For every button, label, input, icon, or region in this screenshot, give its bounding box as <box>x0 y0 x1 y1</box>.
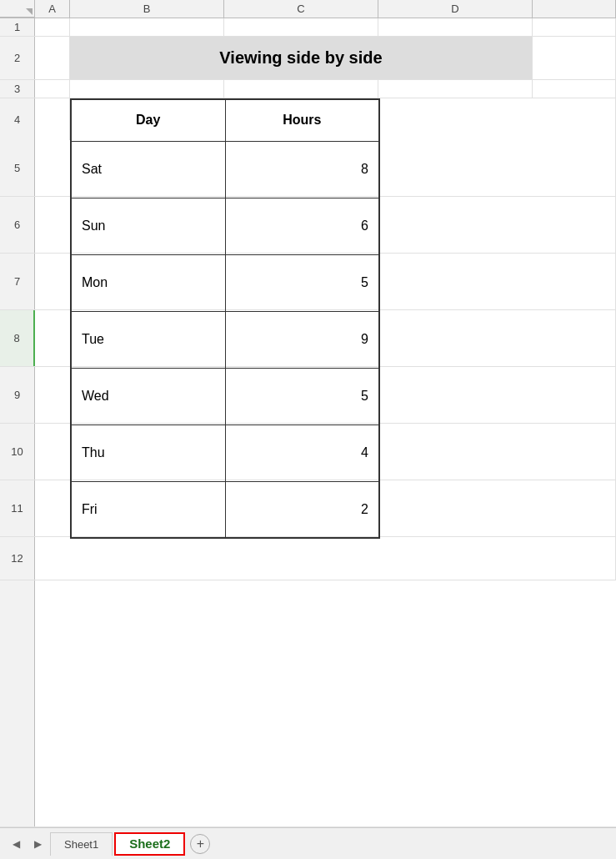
row-header-7[interactable]: 7 <box>0 254 35 309</box>
grid-row-2: 2 Viewing side by side <box>0 37 616 80</box>
col-header-b[interactable]: B <box>70 0 224 18</box>
cell-b3[interactable] <box>70 80 224 98</box>
cell-c3[interactable] <box>224 80 378 98</box>
grid-row-4: 4 Day Hours Sat8Sun6Mon5Tue9Wed5Thu4Fri2 <box>0 98 616 140</box>
cell-day-1[interactable]: Sat <box>71 141 225 198</box>
row-header-3[interactable]: 3 <box>0 80 35 98</box>
row-header-6[interactable]: 6 <box>0 197 35 253</box>
cell-rest-4 <box>378 98 616 140</box>
cell-b1[interactable] <box>70 18 224 37</box>
grid-row-1: 1 <box>0 18 616 37</box>
table-row-3[interactable]: Mon5 <box>71 254 379 311</box>
row-header-1[interactable]: 1 <box>0 18 35 36</box>
cell-a1[interactable] <box>35 18 70 37</box>
col-header-rest <box>533 0 616 18</box>
grid-row-3: 3 <box>0 80 616 98</box>
row-header-11[interactable]: 11 <box>0 480 35 536</box>
cell-rest-3 <box>533 80 616 98</box>
grid-row-extra <box>0 580 616 827</box>
row-header-2[interactable]: 2 <box>0 37 35 79</box>
row-header-extra <box>0 580 35 826</box>
cell-day-4[interactable]: Tue <box>71 311 225 368</box>
corner-cell[interactable] <box>0 0 35 18</box>
cell-a4[interactable] <box>35 98 70 140</box>
cell-rest-2 <box>533 37 616 79</box>
prev-sheet-arrow[interactable]: ◀ <box>7 835 25 853</box>
row-header-8[interactable]: 8 <box>0 310 35 366</box>
col-header-day: Day <box>71 99 225 141</box>
table-row-5[interactable]: Wed5 <box>71 368 379 424</box>
cell-hours-1[interactable]: 8 <box>225 141 379 198</box>
col-header-d[interactable]: D <box>378 0 533 18</box>
cell-hours-4[interactable]: 9 <box>225 311 379 368</box>
table-row-2[interactable]: Sun6 <box>71 198 379 254</box>
col-header-a[interactable]: A <box>35 0 70 18</box>
col-header-hours: Hours <box>225 99 379 141</box>
cell-rest-1 <box>533 18 616 37</box>
grid-row-12: 12 <box>0 537 616 580</box>
table-row-1[interactable]: Sat8 <box>71 141 379 198</box>
cell-day-5[interactable]: Wed <box>71 368 225 424</box>
column-headers: A B C D <box>0 0 616 18</box>
row-header-5[interactable]: 5 <box>0 140 35 196</box>
spreadsheet-area: A B C D 1 2 Viewing side by side 3 <box>0 0 616 827</box>
sheet-tab-1[interactable]: Sheet1 <box>50 832 113 856</box>
data-table-container: Day Hours Sat8Sun6Mon5Tue9Wed5Thu4Fri2 <box>70 98 380 539</box>
cell-day-3[interactable]: Mon <box>71 254 225 311</box>
cell-day-6[interactable]: Thu <box>71 424 225 481</box>
table-row-7[interactable]: Fri2 <box>71 481 379 538</box>
inner-table: Day Hours Sat8Sun6Mon5Tue9Wed5Thu4Fri2 <box>70 98 380 539</box>
cell-title[interactable]: Viewing side by side <box>70 37 533 79</box>
cell-a2[interactable] <box>35 37 70 79</box>
sheet-tab-2[interactable]: Sheet2 <box>114 832 185 856</box>
cell-hours-5[interactable]: 5 <box>225 368 379 424</box>
row-header-9[interactable]: 9 <box>0 367 35 423</box>
row-header-10[interactable]: 10 <box>0 424 35 480</box>
col-header-c[interactable]: C <box>224 0 378 18</box>
table-row-4[interactable]: Tue9 <box>71 311 379 368</box>
cell-hours-6[interactable]: 4 <box>225 424 379 481</box>
cell-day-7[interactable]: Fri <box>71 481 225 538</box>
cell-hours-7[interactable]: 2 <box>225 481 379 538</box>
cell-rest-12 <box>35 537 616 580</box>
cell-day-2[interactable]: Sun <box>71 198 225 254</box>
cell-d3[interactable] <box>378 80 533 98</box>
grid-body: 1 2 Viewing side by side 3 4 <box>0 18 616 827</box>
row-header-4[interactable]: 4 <box>0 98 35 140</box>
table-row-6[interactable]: Thu4 <box>71 424 379 481</box>
cell-a3[interactable] <box>35 80 70 98</box>
cell-rest-extra <box>35 580 616 826</box>
tab-bar: ◀ ▶ Sheet1 Sheet2 + <box>0 827 616 859</box>
cell-hours-3[interactable]: 5 <box>225 254 379 311</box>
add-sheet-button[interactable]: + <box>190 834 210 854</box>
cell-d1[interactable] <box>378 18 533 37</box>
cell-c1[interactable] <box>224 18 378 37</box>
next-sheet-arrow[interactable]: ▶ <box>28 835 47 853</box>
row-header-12[interactable]: 12 <box>0 537 35 580</box>
cell-hours-2[interactable]: 6 <box>225 198 379 254</box>
